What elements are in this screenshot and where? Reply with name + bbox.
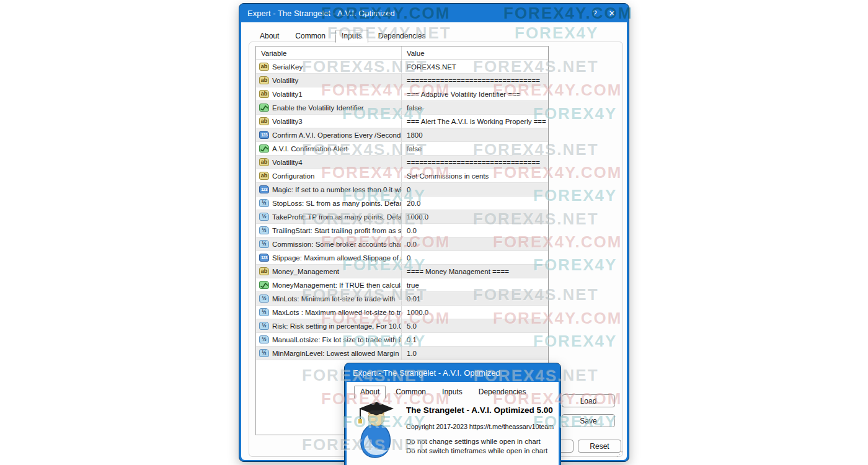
usage-note: Do not change settings while open in cha…	[406, 438, 559, 445]
tab-common[interactable]: Common	[389, 386, 432, 399]
tab-about[interactable]: About	[354, 386, 386, 399]
chart-bool-type-icon	[259, 104, 269, 112]
resize-grip-icon[interactable]: ⋰	[616, 451, 623, 458]
string-type-icon: ab	[259, 172, 269, 180]
table-row[interactable]: ½TrailingStart: Start trailing profit fr…	[256, 224, 548, 237]
tab-dependencies[interactable]: Dependencies	[472, 386, 533, 399]
decimal-type-icon: ½	[259, 335, 269, 343]
main-titlebar[interactable]: Expert - The Strangelet - A.V.I. Optimiz…	[241, 4, 627, 22]
variable-name: Volatility	[272, 77, 298, 84]
variable-name: Commission: Some broker accounts charg..…	[272, 241, 401, 248]
table-row[interactable]: abVolatility============================…	[256, 74, 548, 87]
table-row[interactable]: ½MinLots: Minimum lot-size to trade with…	[256, 292, 548, 306]
variable-name: Money_Management	[272, 268, 339, 275]
table-row[interactable]: A.V.I. Confirmation Alertfalse	[256, 142, 548, 156]
usage-note: Do not switch timeframes while open in c…	[406, 447, 559, 454]
table-row[interactable]: ½StopLoss: SL from as many points. Defau…	[256, 197, 548, 210]
table-row[interactable]: abMoney_Management==== Money Management …	[256, 265, 548, 278]
value-cell[interactable]: 1800	[401, 128, 548, 141]
main-tabstrip: AboutCommonInputsDependencies	[254, 30, 432, 43]
decimal-type-icon: ½	[259, 240, 269, 248]
value-cell[interactable]: 0	[401, 251, 548, 264]
table-row[interactable]: abVolatility3=== Alert The A.V.I. is Wor…	[256, 115, 548, 128]
decimal-type-icon: ½	[259, 199, 269, 207]
value-cell[interactable]: ================================	[401, 156, 548, 169]
tab-inputs[interactable]: Inputs	[436, 386, 469, 399]
variable-name: MinMarginLevel: Lowest allowed Margin le…	[272, 350, 401, 357]
about-window-title: Expert - The Strangelet - A.V.I. Optimiz…	[353, 368, 552, 378]
table-row[interactable]: ½MinMarginLevel: Lowest allowed Margin l…	[256, 347, 548, 360]
product-title: The Strangelet - A.V.I. Optimized 5.00	[406, 405, 559, 415]
table-row[interactable]: 123Slippage: Maximum allowed Slippage of…	[256, 251, 548, 265]
table-row[interactable]: MoneyManagement: If TRUE then calculat..…	[256, 278, 548, 292]
value-cell[interactable]: Set Commissions in cents	[401, 169, 548, 182]
chart-bool-type-icon	[259, 281, 269, 289]
decimal-type-icon: ½	[259, 226, 269, 234]
variable-name: SerialKey	[272, 63, 303, 71]
tab-common[interactable]: Common	[289, 30, 332, 43]
value-cell[interactable]: false	[401, 142, 548, 155]
string-type-icon: ab	[259, 90, 269, 98]
value-cell[interactable]: 0.01	[401, 292, 548, 305]
value-cell[interactable]: 0.0	[401, 224, 548, 237]
value-cell[interactable]: FOREX4S.NET	[401, 60, 548, 73]
table-row[interactable]: ½Risk: Risk setting in percentage, For 1…	[256, 319, 548, 333]
about-tabstrip: AboutCommonInputsDependencies	[354, 386, 532, 399]
table-row[interactable]: 123Confirm A.V.I. Operations Every /Seco…	[256, 128, 548, 142]
header-variable: Variable	[256, 46, 401, 60]
value-cell[interactable]: 5.0	[401, 319, 548, 332]
table-row[interactable]: abVolatility1=== Adaptive Volatility Ide…	[256, 87, 548, 101]
variable-name: Volatility1	[272, 91, 303, 98]
tab-about[interactable]: About	[254, 30, 285, 43]
table-row[interactable]: ½MaxLots : Maximum allowed lot-size to t…	[256, 306, 548, 319]
value-cell[interactable]: ==== Money Management ====	[401, 265, 548, 278]
load-button[interactable]: Load	[562, 394, 615, 407]
about-titlebar[interactable]: Expert - The Strangelet - A.V.I. Optimiz…	[347, 363, 559, 382]
copyright-text: Copyright 2017-2023 https://t.me/theassa…	[406, 423, 559, 430]
table-row[interactable]: ½Commission: Some broker accounts charg.…	[256, 237, 548, 251]
scholar-avatar-icon	[352, 401, 400, 459]
value-cell[interactable]: === Alert The A.V.I. is Working Properly…	[401, 115, 548, 128]
variable-name: StopLoss: SL from as many points. Defaul…	[272, 200, 401, 207]
tab-inputs[interactable]: Inputs	[335, 30, 368, 43]
table-row[interactable]: abVolatility4===========================…	[256, 156, 548, 169]
variable-name: TakeProfit: TP from as many points. Defa…	[272, 213, 401, 221]
value-cell[interactable]: === Adaptive Volatility Identifier ===	[401, 87, 548, 100]
string-type-icon: ab	[259, 158, 269, 166]
value-cell[interactable]: 20.0	[401, 197, 548, 210]
string-type-icon: ab	[259, 117, 269, 125]
table-row[interactable]: abSerialKeyFOREX4S.NET	[256, 60, 548, 74]
decimal-type-icon: ½	[259, 349, 269, 357]
reset-button[interactable]: Reset	[578, 440, 621, 453]
value-cell[interactable]: 0	[401, 183, 548, 196]
variable-name: MinLots: Minimum lot-size to trade with	[272, 295, 396, 303]
value-cell[interactable]: ================================	[401, 74, 548, 87]
variable-name: Volatility4	[272, 159, 303, 166]
integer-type-icon: 123	[259, 131, 269, 139]
save-button[interactable]: Save	[562, 414, 615, 427]
decimal-type-icon: ½	[259, 294, 269, 303]
value-cell[interactable]: 0.0	[401, 237, 548, 250]
inputs-table-body: abSerialKeyFOREX4S.NETabVolatility======…	[256, 60, 548, 360]
value-cell[interactable]: 0.1	[401, 333, 548, 346]
header-value: Value	[401, 46, 548, 60]
decimal-type-icon: ½	[259, 308, 269, 316]
table-row[interactable]: abConfigurationSet Commissions in cents	[256, 169, 548, 183]
table-row[interactable]: Enable the Volatility Identifierfalse	[256, 101, 548, 115]
value-cell[interactable]: 1.0	[401, 347, 548, 360]
tab-dependencies[interactable]: Dependencies	[372, 30, 432, 43]
value-cell[interactable]: false	[401, 101, 548, 114]
table-row[interactable]: 123Magic: If set to a number less than 0…	[256, 183, 548, 197]
variable-name: Volatility3	[272, 118, 303, 125]
value-cell[interactable]: 1000.0	[401, 210, 548, 223]
help-button[interactable]: ?	[586, 9, 603, 18]
value-cell[interactable]: 1000.0	[401, 306, 548, 319]
close-button[interactable]: ✕	[603, 9, 621, 18]
string-type-icon: ab	[259, 76, 269, 84]
value-cell[interactable]: true	[401, 278, 548, 291]
table-row[interactable]: ½TakeProfit: TP from as many points. Def…	[256, 210, 548, 224]
about-client-area: AboutCommonInputsDependencies The Strang…	[347, 382, 559, 465]
variable-name: ManualLotsize: Fix lot size to trade wit…	[272, 336, 401, 343]
table-row[interactable]: ½ManualLotsize: Fix lot size to trade wi…	[256, 333, 548, 347]
integer-type-icon: 123	[259, 185, 269, 193]
